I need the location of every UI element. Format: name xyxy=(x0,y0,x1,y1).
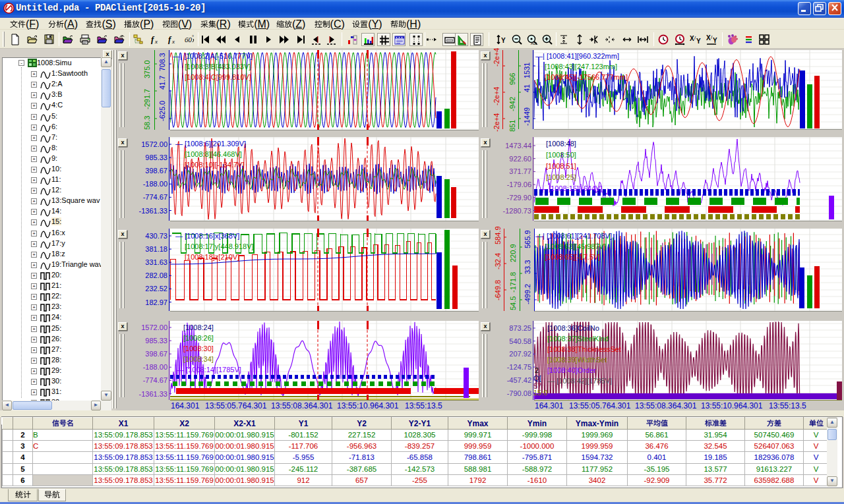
svg-text:60: 60 xyxy=(185,36,193,43)
svg-text:X: X xyxy=(706,34,711,42)
svg-text:x: x xyxy=(171,38,175,45)
svg-text:Y: Y xyxy=(696,38,701,45)
svg-text:ALL: ALL xyxy=(531,42,538,45)
svg-text:Y: Y xyxy=(713,37,717,44)
svg-text:Y: Y xyxy=(501,37,506,44)
svg-text:x: x xyxy=(154,38,158,45)
svg-text:X: X xyxy=(690,35,694,42)
